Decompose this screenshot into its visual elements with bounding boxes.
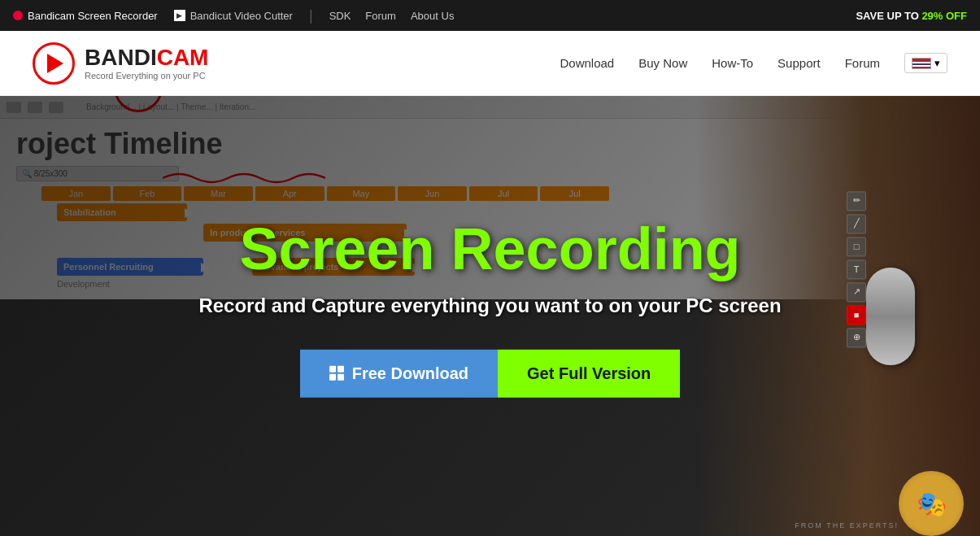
forum-top-link[interactable]: Forum (365, 10, 396, 22)
nav-support[interactable]: Support (777, 56, 821, 70)
tool-btn-arrow: ↗ (847, 282, 866, 302)
tool-btn-pencil: ✏ (847, 191, 866, 211)
top-bar: Bandicam Screen Recorder ▶ Bandicut Vide… (0, 0, 980, 31)
side-tools-panel: ✏ ╱ □ T ↗ ■ ⊕ (847, 191, 866, 347)
promo-banner: SAVE UP TO 29% OFF (856, 10, 967, 22)
main-nav-links: Download Buy Now How-To Support Forum ▾ (560, 53, 948, 73)
top-bar-brand[interactable]: Bandicam Screen Recorder (13, 10, 158, 22)
logo-text: BANDICAM Record Everything on your PC (85, 46, 208, 81)
brand-bandi: BANDI (85, 45, 157, 70)
bandicut-icon: ▶ (174, 10, 185, 21)
dropdown-icon: ▾ (934, 57, 940, 69)
brand-name: Bandicam Screen Recorder (28, 10, 158, 22)
tagline: Record Everything on your PC (85, 71, 208, 81)
nav-download[interactable]: Download (560, 56, 615, 70)
get-full-version-label: Get Full Version (527, 364, 651, 381)
about-us-link[interactable]: About Us (411, 10, 454, 22)
get-full-version-button[interactable]: Get Full Version (498, 349, 680, 397)
tool-btn-red: ■ (847, 305, 866, 325)
top-nav: SDK Forum About Us (329, 10, 455, 22)
bandicut-label: Bandicut Video Cutter (190, 10, 293, 22)
hero-section: Background... | Layout... | Theme... | I… (0, 96, 980, 536)
hero-subtitle: Record and Capture everything you want t… (165, 294, 816, 316)
windows-icon (329, 366, 344, 381)
tool-btn-text: T (847, 259, 866, 279)
free-download-label: Free Download (352, 364, 468, 382)
tool-btn-extra: ⊕ (847, 328, 866, 347)
language-selector[interactable]: ▾ (904, 53, 947, 73)
brand-cam: CAM (157, 45, 209, 70)
character-icon: 🎭 (899, 471, 964, 536)
logo[interactable]: BANDICAM Record Everything on your PC (33, 42, 208, 85)
brand-dot-icon (13, 11, 23, 20)
nav-forum[interactable]: Forum (845, 56, 880, 70)
cta-buttons: Free Download Get Full Version (165, 349, 816, 397)
logo-icon (33, 42, 75, 85)
nav-how-to[interactable]: How-To (712, 56, 753, 70)
sdk-link[interactable]: SDK (329, 10, 351, 22)
free-download-button[interactable]: Free Download (300, 349, 498, 397)
from-experts-text: FROM THE EXPERTS! (795, 521, 899, 529)
nav-divider: | (309, 7, 313, 24)
tool-btn-line: ╱ (847, 214, 866, 233)
brand-name-main: BANDICAM (85, 46, 208, 69)
promo-value: 29% OFF (921, 10, 967, 22)
bandicut-link[interactable]: ▶ Bandicut Video Cutter (174, 10, 293, 22)
nav-buy-now[interactable]: Buy Now (638, 56, 687, 70)
main-nav: BANDICAM Record Everything on your PC Do… (0, 31, 980, 96)
tool-btn-rect: □ (847, 237, 866, 256)
flag-icon (912, 58, 931, 69)
hero-content: Screen Recording Record and Capture ever… (165, 216, 816, 397)
promo-prefix: SAVE UP TO (856, 10, 921, 22)
hero-title: Screen Recording (165, 216, 816, 281)
door-handle (866, 268, 915, 365)
